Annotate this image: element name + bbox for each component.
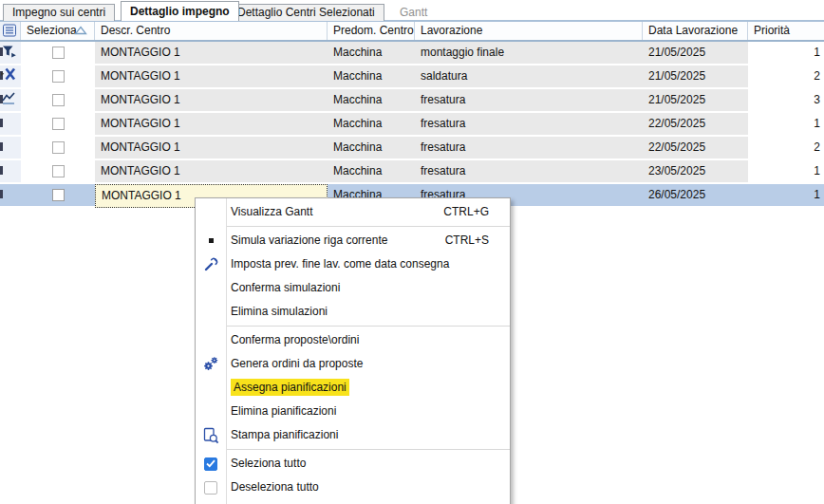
priorita-cell[interactable]: 1 bbox=[748, 184, 824, 208]
menu-shortcut: CTRL+S bbox=[445, 229, 489, 252]
data-lavorazione-cell[interactable]: 21/05/2025 bbox=[643, 89, 748, 113]
row-indicator-cell[interactable] bbox=[0, 184, 21, 208]
seleziona-cell bbox=[21, 137, 95, 160]
menu-item-assegna-pianificazioni[interactable]: Assegna pianificazioni bbox=[196, 376, 510, 400]
priorita-cell[interactable]: 2 bbox=[748, 137, 824, 160]
descr-centro-cell[interactable]: MONTAGGIO 1 bbox=[95, 65, 328, 89]
tab-dettaglio-impegno[interactable]: Dettaglio impegno bbox=[121, 1, 239, 21]
menu-item-label: Simula variazione riga corrente bbox=[231, 233, 387, 247]
filter-icon[interactable] bbox=[2, 44, 17, 62]
lavorazione-cell[interactable]: fresatura bbox=[415, 137, 643, 160]
column-header-label: Seleziona bbox=[27, 24, 77, 37]
small-square-icon-slot bbox=[196, 229, 226, 252]
predom-centro-cell[interactable]: Macchina bbox=[328, 160, 415, 184]
seleziona-cell bbox=[21, 113, 95, 137]
menu-shortcut: CTRL+G bbox=[443, 200, 489, 224]
predom-centro-cell[interactable]: Macchina bbox=[328, 42, 415, 65]
grid-corner-cell[interactable] bbox=[0, 22, 21, 40]
menu-item-genera-ordini-da-proposte[interactable]: Genera ordini da proposte bbox=[196, 352, 510, 376]
lavorazione-cell[interactable]: fresatura bbox=[415, 113, 643, 137]
descr-centro-cell[interactable]: MONTAGGIO 1 bbox=[95, 137, 328, 160]
small-square-icon bbox=[209, 238, 214, 243]
tab-bar: Impegno sui centri Dettaglio impegno Det… bbox=[0, 0, 824, 21]
data-lavorazione-cell[interactable]: 21/05/2025 bbox=[643, 65, 748, 89]
row-indicator-cell[interactable] bbox=[0, 137, 21, 160]
tab-dettaglio-centri-selezionati[interactable]: Dettaglio Centri Selezionati bbox=[228, 4, 384, 21]
row-checkbox[interactable] bbox=[52, 47, 65, 59]
table-row[interactable]: MONTAGGIO 1Macchinafresatura22/05/20252 bbox=[0, 137, 824, 160]
chart-icon[interactable] bbox=[1, 91, 16, 108]
print-preview-icon-slot bbox=[196, 423, 226, 447]
lavorazione-cell[interactable]: saldatura bbox=[415, 65, 643, 89]
tab-gantt[interactable]: Gantt bbox=[391, 4, 436, 21]
row-checkbox[interactable] bbox=[52, 165, 65, 177]
sort-ascending-icon[interactable] bbox=[74, 26, 87, 35]
menu-item-elimina-simulazioni[interactable]: Elimina simulazioni bbox=[196, 300, 510, 324]
column-header-data-lavorazione[interactable]: Data Lavorazione bbox=[643, 22, 748, 40]
table-row[interactable]: MONTAGGIO 1Macchinasaldatura21/05/20252 bbox=[0, 65, 824, 89]
table-row[interactable]: MONTAGGIO 1Macchinafresatura22/05/20251 bbox=[0, 113, 824, 137]
predom-centro-cell[interactable]: Macchina bbox=[328, 89, 415, 113]
menu-item-conferma-simulazioni[interactable]: Conferma simulazioni bbox=[196, 276, 510, 300]
column-header-descr-centro[interactable]: Descr. Centro bbox=[95, 22, 328, 40]
menu-item-stampa-pianificazioni[interactable]: Stampa pianificazioni bbox=[196, 423, 510, 447]
wrench-icon-slot bbox=[196, 252, 226, 276]
menu-item-deseleziona-tutto[interactable]: Deseleziona tutto bbox=[196, 476, 510, 499]
menu-item-label: Conferma simulazioni bbox=[231, 281, 340, 294]
priorita-cell[interactable]: 3 bbox=[748, 89, 824, 113]
menu-item-conferma-proposte-ordini[interactable]: Conferma proposte\ordini bbox=[196, 328, 510, 352]
descr-centro-cell[interactable]: MONTAGGIO 1 bbox=[95, 113, 328, 137]
row-checkbox[interactable] bbox=[52, 189, 65, 201]
row-indicator-cell[interactable] bbox=[0, 160, 21, 184]
menu-item-elimina-pianificazioni[interactable]: Elimina pianificazioni bbox=[196, 400, 510, 423]
menu-item-label: Seleziona tutto bbox=[231, 457, 306, 470]
predom-centro-cell[interactable]: Macchina bbox=[328, 137, 415, 160]
data-lavorazione-cell[interactable]: 26/05/2025 bbox=[643, 184, 748, 208]
menu-item-label: Stampa pianificazioni bbox=[231, 428, 338, 441]
column-header-seleziona[interactable]: Seleziona bbox=[21, 22, 95, 40]
menu-item-visualizza-gantt[interactable]: Visualizza GanttCTRL+G bbox=[196, 200, 510, 224]
data-lavorazione-cell[interactable]: 22/05/2025 bbox=[643, 113, 748, 137]
priorita-cell[interactable]: 1 bbox=[748, 160, 824, 184]
data-lavorazione-cell[interactable]: 23/05/2025 bbox=[643, 160, 748, 184]
checkbox-checked-icon bbox=[204, 457, 217, 471]
priorita-cell[interactable]: 1 bbox=[748, 42, 824, 65]
empty-icon-slot bbox=[196, 276, 226, 300]
row-checkbox[interactable] bbox=[52, 94, 65, 106]
predom-centro-cell[interactable]: Macchina bbox=[328, 113, 415, 137]
tab-impegno-sui-centri[interactable]: Impegno sui centri bbox=[3, 4, 115, 21]
lavorazione-cell[interactable]: montaggio finale bbox=[415, 42, 643, 65]
column-header-predom-centro[interactable]: Predom. Centro bbox=[328, 22, 415, 40]
predom-centro-cell[interactable]: Macchina bbox=[328, 65, 415, 89]
row-checkbox[interactable] bbox=[52, 118, 65, 130]
column-header-lavorazione[interactable]: Lavorazione bbox=[415, 22, 643, 40]
data-lavorazione-cell[interactable]: 22/05/2025 bbox=[643, 137, 748, 160]
row-checkbox[interactable] bbox=[52, 141, 65, 154]
lavorazione-cell[interactable]: fresatura bbox=[415, 160, 643, 184]
wrench-icon bbox=[203, 256, 219, 272]
data-lavorazione-cell[interactable]: 21/05/2025 bbox=[643, 42, 748, 65]
table-row[interactable]: MONTAGGIO 1Macchinafresatura23/05/20251 bbox=[0, 160, 824, 184]
menu-item-label: Deseleziona tutto bbox=[231, 480, 319, 494]
clear-filter-icon[interactable] bbox=[0, 67, 16, 84]
table-row[interactable]: MONTAGGIO 1Macchinamontaggio finale21/05… bbox=[0, 42, 824, 65]
column-header-priorita[interactable]: Priorità bbox=[748, 22, 824, 40]
menu-separator bbox=[227, 326, 510, 327]
lavorazione-cell[interactable]: fresatura bbox=[415, 89, 643, 113]
menu-separator bbox=[227, 226, 510, 227]
cropped-edge-artifact bbox=[0, 142, 3, 151]
grid-header-row: Seleziona Descr. Centro Predom. Centro L… bbox=[0, 21, 824, 42]
table-row[interactable]: MONTAGGIO 1Macchinafresatura21/05/20253 bbox=[0, 89, 824, 113]
priorita-cell[interactable]: 1 bbox=[748, 113, 824, 137]
descr-centro-cell[interactable]: MONTAGGIO 1 bbox=[95, 160, 328, 184]
menu-item-seleziona-tutto[interactable]: Seleziona tutto bbox=[196, 452, 510, 476]
menu-item-label: Imposta prev. fine lav. come data conseg… bbox=[231, 257, 449, 271]
menu-item-imposta-prev-fine-lav-come-data-consegna[interactable]: Imposta prev. fine lav. come data conseg… bbox=[196, 252, 510, 276]
row-indicator-cell[interactable] bbox=[0, 113, 21, 137]
descr-centro-cell[interactable]: MONTAGGIO 1 bbox=[95, 89, 328, 113]
gears-icon-slot bbox=[196, 352, 226, 376]
menu-item-simula-variazione-riga-corrente[interactable]: Simula variazione riga correnteCTRL+S bbox=[196, 229, 510, 252]
descr-centro-cell[interactable]: MONTAGGIO 1 bbox=[95, 42, 328, 65]
row-checkbox[interactable] bbox=[52, 70, 65, 83]
priorita-cell[interactable]: 2 bbox=[748, 65, 824, 89]
